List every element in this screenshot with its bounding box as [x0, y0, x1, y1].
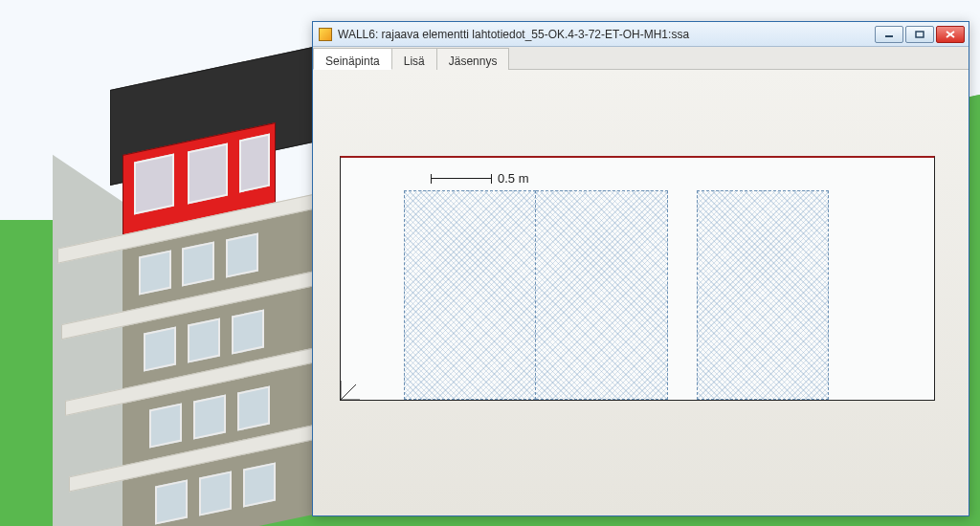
- facade-window: [155, 479, 188, 524]
- element-properties-dialog: WALL6: rajaava elementti lahtotiedot_55-…: [312, 21, 969, 516]
- facade-window: [193, 394, 226, 439]
- maximize-button[interactable]: [905, 26, 934, 43]
- minimize-button[interactable]: [875, 26, 903, 43]
- facade-window: [243, 462, 276, 507]
- facade-window: [226, 232, 258, 277]
- minimize-icon: [884, 31, 894, 38]
- svg-rect-1: [916, 32, 924, 37]
- scene-foreground: [0, 220, 53, 526]
- app-icon: [319, 28, 332, 41]
- opening-region[interactable]: [697, 190, 829, 400]
- wall-2d-canvas[interactable]: 0.5 m: [340, 156, 935, 401]
- tab-wallsurface[interactable]: Seinäpinta: [313, 48, 392, 70]
- window-controls: [875, 26, 965, 43]
- facade-window: [144, 326, 176, 371]
- window-opening: [239, 134, 270, 193]
- close-button[interactable]: [936, 26, 965, 43]
- titlebar[interactable]: WALL6: rajaava elementti lahtotiedot_55-…: [313, 22, 969, 47]
- maximize-icon: [915, 31, 924, 38]
- window-opening: [134, 154, 174, 215]
- window-opening: [188, 143, 228, 205]
- tab-extra[interactable]: Lisä: [391, 48, 437, 70]
- scale-tick-right: [491, 174, 492, 184]
- dialog-body: 0.5 m: [313, 70, 969, 515]
- opening-region[interactable]: [536, 190, 668, 400]
- tab-outline[interactable]: Jäsennys: [436, 48, 510, 70]
- facade-window: [149, 403, 182, 448]
- window-title: WALL6: rajaava elementti lahtotiedot_55-…: [338, 28, 869, 41]
- facade-window: [199, 471, 232, 515]
- facade-window: [188, 318, 220, 362]
- facade-window: [139, 250, 171, 295]
- tab-bar: Seinäpinta Lisä Jäsennys: [313, 47, 969, 70]
- scale-line: [432, 178, 491, 179]
- facade-window: [237, 385, 270, 430]
- opening-region[interactable]: [404, 190, 536, 400]
- close-icon: [946, 31, 955, 38]
- facade-window: [182, 241, 214, 286]
- origin-marker: [341, 375, 366, 400]
- scale-bar: 0.5 m: [431, 171, 529, 186]
- svg-line-6: [341, 384, 356, 400]
- scale-label: 0.5 m: [498, 171, 529, 186]
- facade-window: [232, 309, 264, 354]
